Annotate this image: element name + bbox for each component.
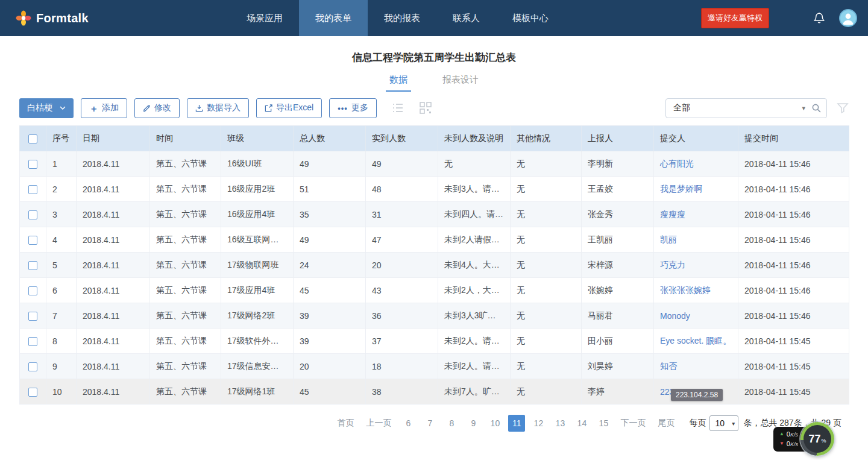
- cell-no: 5: [46, 253, 77, 278]
- cell-time: 第五、六节课: [150, 354, 221, 379]
- cell-other: 无: [511, 151, 582, 177]
- user-avatar[interactable]: [839, 9, 857, 27]
- pagination-page[interactable]: 10: [486, 415, 503, 432]
- table-row[interactable]: 7 2018.4.11 第五、六节课 17级网络2班 39 36 未到3人3旷课…: [20, 303, 849, 329]
- search-caret-icon[interactable]: ▾: [802, 104, 805, 112]
- pagination-page[interactable]: 11: [508, 415, 525, 432]
- cell-no: 10: [46, 379, 77, 405]
- cell-absent: 未到4人。大赛…: [438, 253, 511, 278]
- pagination-pages: 6 7 8 9 10 11 12 13 14 15: [400, 415, 612, 432]
- table-row[interactable]: 2 2018.4.11 第五、六节课 16级应用2班 51 48 未到3人。请假…: [20, 177, 849, 202]
- submitter-link[interactable]: 知否: [660, 361, 677, 371]
- pagination-page[interactable]: 7: [421, 415, 438, 432]
- submitter-link[interactable]: 张张张张婉婷: [660, 285, 711, 295]
- nav-item[interactable]: 联系人: [436, 0, 496, 36]
- add-button[interactable]: ＋ 添加: [81, 98, 127, 118]
- upload-arrow-icon: ▲: [779, 432, 784, 436]
- cell-date: 2018.4.11: [77, 278, 150, 303]
- cell-total: 39: [294, 329, 366, 354]
- search-input[interactable]: [673, 103, 802, 113]
- pagination-last[interactable]: 尾页: [652, 418, 681, 429]
- export-excel-button[interactable]: 导出Excel: [256, 98, 322, 118]
- nav-item[interactable]: 我的报表: [368, 0, 436, 36]
- cell-total: 49: [294, 227, 366, 253]
- navbar-right: 邀请好友赢特权: [701, 8, 858, 28]
- view-tab[interactable]: 报表设计: [439, 74, 482, 92]
- export-excel-label: 导出Excel: [276, 102, 313, 113]
- submitter-link[interactable]: Monody: [660, 311, 690, 321]
- usage-gauge[interactable]: 77%: [800, 422, 834, 456]
- cell-actual: 38: [366, 379, 438, 405]
- row-checkbox[interactable]: [28, 160, 37, 169]
- row-checkbox[interactable]: [28, 286, 37, 295]
- row-checkbox[interactable]: [28, 388, 37, 397]
- pagination-page[interactable]: 15: [595, 415, 612, 432]
- cell-time: 第五、六节课: [150, 303, 221, 329]
- pagination-page[interactable]: 6: [400, 415, 417, 432]
- nav-item[interactable]: 模板中心: [496, 0, 565, 36]
- nav-item[interactable]: 我的表单: [299, 0, 368, 36]
- qr-code-icon[interactable]: [419, 101, 432, 115]
- cell-total: 39: [294, 303, 366, 329]
- pagination-prev[interactable]: 上一页: [360, 418, 397, 429]
- cell-actual: 20: [366, 253, 438, 278]
- row-checkbox[interactable]: [28, 337, 37, 346]
- table-row[interactable]: 1 2018.4.11 第五、六节课 16级UI班 49 49 无 无 李明新 …: [20, 151, 849, 177]
- table-row[interactable]: 3 2018.4.11 第五、六节课 16级应用4班 35 31 未到四人。请假…: [20, 202, 849, 227]
- table-row[interactable]: 4 2018.4.11 第五、六节课 16级互联网金融… 49 47 未到2人请…: [20, 227, 849, 253]
- submitter-link[interactable]: 我是梦娇啊: [660, 184, 702, 194]
- row-checkbox[interactable]: [28, 210, 37, 219]
- cell-total: 20: [294, 354, 366, 379]
- submitter-link[interactable]: 巧克力: [660, 260, 685, 269]
- cell-no: 7: [46, 303, 77, 329]
- row-checkbox[interactable]: [28, 312, 37, 321]
- submitter-link[interactable]: 心有阳光: [660, 159, 694, 168]
- row-checkbox[interactable]: [28, 362, 37, 371]
- pagination-next[interactable]: 下一页: [614, 418, 652, 429]
- pagination-page[interactable]: 12: [530, 415, 547, 432]
- table-row[interactable]: 9 2018.4.11 第五、六节课 17级信息安全与… 20 18 未到2人。…: [20, 354, 849, 379]
- pagination-page[interactable]: 14: [573, 415, 590, 432]
- row-checkbox[interactable]: [28, 185, 37, 194]
- cell-class: 16级互联网金融…: [221, 227, 294, 253]
- filter-funnel-icon[interactable]: [837, 102, 849, 114]
- cell-total: 51: [294, 177, 366, 202]
- data-import-button[interactable]: 数据导入: [187, 98, 249, 118]
- pagination-page[interactable]: 8: [443, 415, 460, 432]
- cell-submit-time: 2018-04-11 15:46: [738, 202, 849, 227]
- cell-absent: 未到3人3旷课…: [438, 303, 511, 329]
- more-dots-icon: •••: [338, 104, 348, 112]
- search-box[interactable]: ▾: [665, 98, 827, 118]
- select-all-checkbox[interactable]: [28, 134, 37, 143]
- row-checkbox[interactable]: [28, 236, 37, 245]
- nav-item[interactable]: 场景应用: [230, 0, 299, 36]
- submitter-link[interactable]: Eye socket. 眼眶。: [660, 336, 731, 345]
- cell-reporter: 王凯丽: [582, 227, 654, 253]
- list-view-icon[interactable]: [391, 101, 404, 115]
- row-checkbox[interactable]: [28, 261, 37, 270]
- table-row[interactable]: 8 2018.4.11 第五、六节课 17级软件外包班 39 37 未到2人。请…: [20, 329, 849, 354]
- submitter-link[interactable]: 凯丽: [660, 235, 677, 244]
- cell-actual: 43: [366, 278, 438, 303]
- formtalk-logo[interactable]: Formtalk: [16, 10, 89, 26]
- edit-button[interactable]: 修改: [134, 98, 180, 118]
- cell-submit-time: 2018-04-11 15:46: [738, 253, 849, 278]
- notification-bell-icon[interactable]: [813, 11, 826, 25]
- pagination-page[interactable]: 13: [552, 415, 568, 432]
- invite-friends-button[interactable]: 邀请好友赢特权: [701, 8, 769, 28]
- select-all-header: [20, 126, 46, 151]
- pagination-page[interactable]: 9: [465, 415, 482, 432]
- table-row[interactable]: 10 2018.4.11 第五、六节课 17级网络1班 45 38 未到7人。旷…: [20, 379, 849, 405]
- more-button[interactable]: ••• 更多: [329, 98, 377, 118]
- cell-actual: 31: [366, 202, 438, 227]
- per-page-select[interactable]: 10 ▾: [709, 415, 738, 431]
- submitter-link[interactable]: 瘦瘦瘦: [660, 209, 685, 219]
- form-selector-button[interactable]: 白桔梗: [19, 98, 74, 118]
- table-row[interactable]: 6 2018.4.11 第五、六节课 17级应用4班 45 43 未到2人，大赛…: [20, 278, 849, 303]
- table-row[interactable]: 5 2018.4.11 第五、六节课 17级物联网班 24 20 未到4人。大赛…: [20, 253, 849, 278]
- view-tab[interactable]: 数据: [386, 74, 411, 92]
- import-icon: [195, 104, 203, 112]
- cell-time: 第五、六节课: [150, 227, 221, 253]
- search-icon[interactable]: [811, 103, 822, 113]
- pagination-first[interactable]: 首页: [331, 418, 360, 429]
